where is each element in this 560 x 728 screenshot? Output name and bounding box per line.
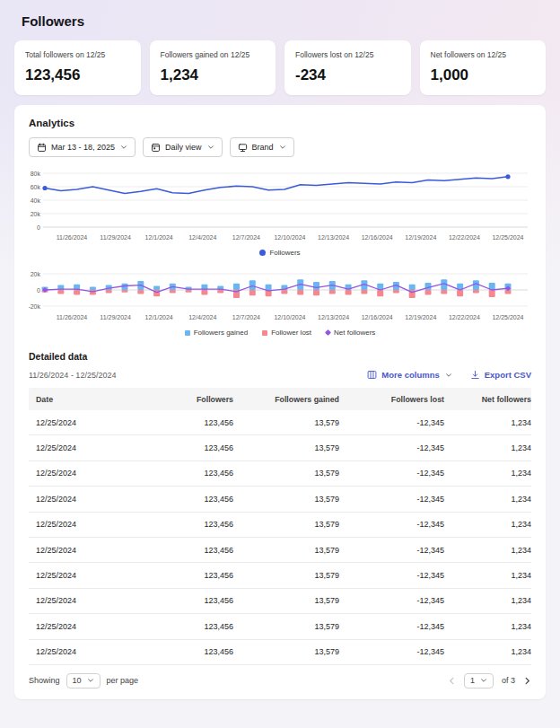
filter-calendar-day-dropdown[interactable]: Daily view [143,137,223,157]
monitor-icon [238,143,248,153]
table-cell: 12/25/2024 [36,571,162,580]
table-cell: 1,234 [444,596,531,605]
table-cell: -12,345 [339,596,444,605]
stat-card: Followers gained on 12/251,234 [150,40,276,95]
svg-text:60k: 60k [31,184,41,190]
svg-text:0: 0 [37,224,40,231]
svg-text:12/19/2024: 12/19/2024 [405,314,436,320]
table-cell: 13,579 [233,571,339,580]
stat-card-label: Followers lost on 12/25 [295,50,400,59]
table-cell: -12,345 [339,571,444,580]
svg-text:12/7/2024: 12/7/2024 [232,234,260,241]
table-cell: 12/25/2024 [36,495,162,504]
svg-text:11/29/2024: 11/29/2024 [100,234,131,241]
svg-text:20k: 20k [31,211,41,217]
table-cell: 1,234 [444,647,531,656]
svg-text:12/16/2024: 12/16/2024 [362,314,393,320]
calendar-day-icon [151,143,161,153]
table-cell: 123,456 [162,495,233,504]
table-cell: 1,234 [444,622,531,631]
stat-card: Total followers on 12/25123,456 [14,40,141,95]
page-title: Followers [14,0,546,40]
table-cell: 123,456 [162,443,233,452]
table-cell: 13,579 [233,520,339,529]
stat-card-label: Total followers on 12/25 [25,50,130,59]
legend-square-marker [262,330,267,336]
table-cell: 13,579 [233,443,339,452]
more-columns-button[interactable]: More columns [367,370,451,380]
table-row: 12/25/2024123,45613,579-12,3451,234 [29,589,531,614]
table-row: 12/25/2024123,45613,579-12,3451,234 [29,563,531,588]
svg-text:12/22/2024: 12/22/2024 [449,234,480,241]
chevron-down-icon [445,372,452,379]
stat-card-value: 123,456 [25,66,130,84]
table-cell: 1,234 [444,443,531,452]
page-size-select[interactable]: 10 [66,673,101,689]
legend-label: Followers [269,249,300,257]
table-cell: 1,234 [444,571,531,580]
svg-text:12/10/2024: 12/10/2024 [274,314,305,320]
table-cell: 12/25/2024 [36,520,162,529]
page-number-select[interactable]: 1 [464,673,494,689]
table-row: 12/25/2024123,45613,579-12,3451,234 [29,513,531,538]
svg-text:12/25/2024: 12/25/2024 [492,234,523,241]
table-row: 12/25/2024123,45613,579-12,3451,234 [29,538,531,563]
table-cell: 12/25/2024 [36,647,162,656]
table-header-cell: Followers gained [233,395,339,404]
table-cell: 13,579 [233,622,339,631]
svg-text:11/29/2024: 11/29/2024 [100,314,131,320]
filter-label: Mar 13 - 18, 2025 [51,143,115,152]
filter-monitor-dropdown[interactable]: Brand [230,137,294,157]
page-size-value: 10 [73,676,82,685]
chevron-down-icon [120,144,127,151]
prev-page-icon[interactable] [448,676,456,686]
svg-text:12/13/2024: 12/13/2024 [318,234,349,241]
per-page-label: per page [107,676,139,685]
filter-calendar-dropdown[interactable]: Mar 13 - 18, 2025 [29,137,136,157]
legend-item: Follower lost [262,329,311,337]
table-cell: 12/25/2024 [36,596,162,605]
table-row: 12/25/2024123,45613,579-12,3451,234 [29,487,531,512]
table-header-cell: Date [36,395,162,404]
stat-card: Net followers on 12/251,000 [420,40,547,95]
table-date-range: 11/26/2024 - 12/25/2024 [29,371,116,380]
table-row: 12/25/2024123,45613,579-12,3451,234 [29,614,531,639]
stat-card: Followers lost on 12/25-234 [284,40,411,95]
legend-label: Follower lost [271,329,311,337]
legend-diamond-marker [325,329,331,336]
bar-chart-legend: Followers gainedFollower lostNet followe… [29,329,531,337]
table-cell: 12/25/2024 [36,418,162,427]
chevron-down-icon [279,144,286,151]
export-csv-label: Export CSV [485,370,531,380]
svg-text:12/7/2024: 12/7/2024 [232,314,260,320]
more-columns-label: More columns [381,370,439,380]
showing-label: Showing [29,676,60,685]
table-cell: 12/25/2024 [36,622,162,631]
table-row: 12/25/2024123,45613,579-12,3451,234 [29,461,531,487]
svg-text:80k: 80k [31,171,41,177]
table-cell: 12/25/2024 [36,469,162,478]
table-cell: 13,579 [233,469,339,478]
pagination: Showing 10 per page 1 of 3 [29,673,531,689]
svg-text:12/1/2024: 12/1/2024 [145,314,173,320]
current-page-value: 1 [470,676,475,685]
table-cell: -12,345 [339,622,444,631]
table-cell: 12/25/2024 [36,546,162,555]
table-row: 12/25/2024123,45613,579-12,3451,234 [29,435,531,460]
table-cell: 123,456 [162,647,233,656]
analytics-card: Analytics Mar 13 - 18, 2025Daily viewBra… [14,105,546,699]
table-cell: 1,234 [444,418,531,427]
table-cell: 13,579 [233,495,339,504]
table-cell: -12,345 [339,418,444,427]
next-page-icon[interactable] [523,676,531,686]
export-csv-button[interactable]: Export CSV [470,370,531,380]
table-cell: -12,345 [339,469,444,478]
table-row: 12/25/2024123,45613,579-12,3451,234 [29,640,531,665]
svg-text:12/13/2024: 12/13/2024 [318,314,349,320]
stat-card-label: Net followers on 12/25 [431,50,536,59]
table-cell: 123,456 [162,469,233,478]
table-cell: -12,345 [339,647,444,656]
svg-text:-20k: -20k [29,303,40,310]
svg-text:11/26/2024: 11/26/2024 [57,234,88,241]
table-cell: 13,579 [233,647,339,656]
